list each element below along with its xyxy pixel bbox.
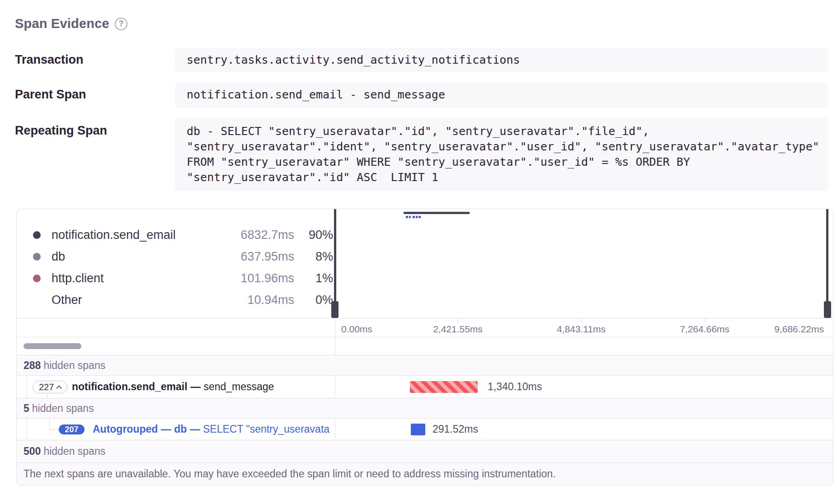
axis-label: 9,686.22ms — [774, 324, 824, 335]
column-divider — [335, 318, 335, 337]
section-header: Span Evidence ? — [15, 16, 127, 31]
legend-duration: 10.94ms — [195, 293, 294, 307]
span-breakdown-section: notification.send_email 6832.7ms 90% db … — [17, 209, 833, 318]
minimap-span-marker — [418, 216, 421, 218]
repeating-span-value: db - SELECT "sentry_useravatar"."id", "s… — [175, 117, 828, 191]
scrollbar-thumb[interactable] — [24, 343, 81, 349]
minimap-span-marker — [416, 216, 418, 218]
hidden-spans-row: 288hidden spans — [17, 355, 833, 375]
span-duration-label: 1,340.10ms — [488, 381, 542, 393]
legend-op: db — [52, 250, 65, 264]
legend-duration: 637.95ms — [195, 250, 294, 264]
axis-label: 0.00ms — [341, 324, 372, 335]
legend-percent: 1% — [297, 271, 333, 285]
legend-dot — [33, 231, 41, 239]
page-title: Span Evidence — [15, 16, 109, 31]
tree-indent-guide — [27, 376, 27, 398]
legend-dot — [33, 275, 41, 282]
span-row-autogroup[interactable]: 207 Autogrouped — db — SELECT "sentry_us… — [17, 418, 833, 440]
autogroup-count-badge[interactable]: 207 — [59, 425, 85, 434]
span-evidence-screen: Span Evidence ? Transaction sentry.tasks… — [0, 0, 837, 504]
axis-tick — [581, 318, 582, 322]
hidden-label: hidden spans — [43, 445, 105, 457]
span-title: notification.send_email — send_message — [72, 381, 274, 393]
parent-span-label: Parent Span — [15, 88, 86, 102]
legend-row: http.client 101.96ms 1% — [17, 267, 335, 289]
hidden-label: hidden spans — [32, 402, 94, 414]
hidden-label: hidden spans — [43, 359, 105, 371]
legend-row: notification.send_email 6832.7ms 90% — [17, 224, 335, 246]
tree-scrollbar-row — [17, 337, 833, 355]
legend-op: notification.send_email — [52, 228, 176, 242]
sql-line: db - SELECT "sentry_useravatar"."id", "s… — [187, 124, 825, 139]
legend-percent: 8% — [297, 250, 333, 264]
axis-tick — [458, 318, 458, 322]
hidden-spans-text: 500hidden spans — [24, 445, 105, 457]
hidden-count: 500 — [24, 445, 41, 457]
legend-percent: 0% — [297, 293, 333, 307]
tree-connector — [49, 419, 50, 429]
axis-tick — [705, 318, 705, 322]
minimap-span-marker — [409, 216, 411, 218]
autogroup-op: Autogrouped — db — — [93, 423, 203, 435]
tree-connector — [49, 429, 59, 430]
legend-op: http.client — [52, 271, 104, 285]
axis-label: 4,843.11ms — [557, 324, 606, 335]
legend-row: Other 10.94ms 0% — [17, 289, 335, 311]
time-axis: 0.00ms 2,421.55ms 4,843.11ms 7,264.66ms … — [17, 318, 833, 337]
span-description: send_message — [201, 381, 274, 392]
viewport-grip-left[interactable] — [331, 301, 339, 318]
hidden-spans-row: 500hidden spans — [17, 440, 833, 462]
viewport-grip-right[interactable] — [824, 301, 831, 318]
span-minimap[interactable] — [335, 209, 828, 318]
hidden-spans-text: 288hidden spans — [24, 359, 105, 372]
minimap-span-marker — [406, 216, 408, 218]
column-divider — [335, 376, 335, 398]
legend-percent: 90% — [297, 228, 333, 242]
span-count-badge[interactable]: 227 — [33, 381, 67, 393]
viewport-handle-right[interactable] — [826, 209, 828, 302]
axis-label: 7,264.66ms — [680, 324, 729, 335]
legend-duration: 101.96ms — [195, 271, 294, 285]
span-count-value: 227 — [39, 382, 54, 392]
minimap-span-marker — [413, 216, 415, 218]
autogroup-description: SELECT "sentry_useravata — [203, 423, 329, 435]
span-row-group[interactable]: 227 notification.send_email — send_messa… — [17, 375, 833, 398]
chevron-up-icon — [56, 385, 62, 391]
minimap-span-bar — [404, 212, 470, 214]
span-limit-message: The next spans are unavailable. You may … — [24, 468, 556, 480]
transaction-label: Transaction — [15, 53, 84, 67]
viewport-handle-left[interactable] — [334, 209, 336, 302]
tree-indent-guide — [27, 419, 27, 440]
legend-dot — [33, 253, 41, 261]
legend-op: Other — [52, 293, 82, 307]
legend-duration: 6832.7ms — [195, 228, 294, 242]
column-divider — [335, 337, 335, 355]
autogroup-title[interactable]: Autogrouped — db — SELECT "sentry_userav… — [93, 423, 332, 435]
span-tree-panel: notification.send_email 6832.7ms 90% db … — [16, 209, 833, 485]
sql-line: "sentry_useravatar"."ident", "sentry_use… — [187, 139, 825, 154]
hidden-spans-text: 5hidden spans — [24, 402, 94, 415]
span-duration-bar[interactable] — [411, 424, 425, 435]
sql-line: FROM "sentry_useravatar" WHERE "sentry_u… — [187, 154, 825, 170]
axis-label: 2,421.55ms — [433, 324, 483, 335]
legend-row: db 637.95ms 8% — [17, 246, 335, 267]
parent-span-value: notification.send_email - send_message — [175, 83, 828, 107]
help-icon[interactable]: ? — [115, 18, 127, 30]
sql-line: "sentry_useravatar"."id" ASC LIMIT 1 — [187, 170, 825, 185]
span-duration-bar-repeating[interactable] — [410, 381, 478, 393]
span-limit-message-row: The next spans are unavailable. You may … — [17, 462, 833, 485]
repeating-span-label: Repeating Span — [15, 124, 107, 138]
hidden-count: 288 — [24, 359, 41, 371]
hidden-spans-row: 5hidden spans — [17, 398, 833, 418]
hidden-count: 5 — [24, 402, 29, 414]
span-op: notification.send_email — — [72, 381, 201, 392]
transaction-value: sentry.tasks.activity.send_activity_noti… — [175, 48, 828, 72]
column-divider — [335, 419, 335, 440]
span-duration-label: 291.52ms — [433, 423, 478, 435]
